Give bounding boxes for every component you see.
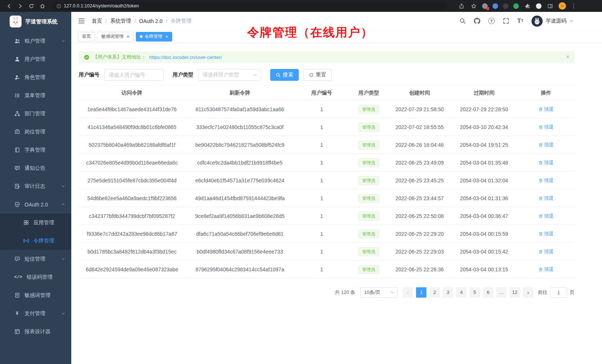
light-extension-icon[interactable]: [536, 3, 542, 9]
force-logout-button[interactable]: 强退: [539, 248, 554, 255]
github-icon[interactable]: [474, 18, 480, 24]
search-button[interactable]: 搜索: [270, 69, 299, 81]
filter-form: 用户编号 用户类型 请选择用户类型 搜索 重置: [79, 69, 575, 81]
dark-extension-icon[interactable]: [503, 3, 508, 9]
split-view-icon[interactable]: [546, 2, 554, 10]
pagination-prev-button[interactable]: ‹: [403, 287, 413, 298]
table-row: 54d6be82ee5a460a9aedc1f9bf22365649d1aa46…: [79, 189, 575, 207]
user-type-select[interactable]: 请选择用户类型: [198, 69, 261, 81]
trash-icon: [539, 107, 543, 112]
sidebar-item-sms[interactable]: 短信管理: [0, 250, 71, 268]
chevron-down-icon: [253, 73, 258, 77]
browser-profile-avatar[interactable]: [559, 2, 566, 10]
table-row: b0d1785bc3a8482f812db4a3f3bd15ecb0df4980…: [79, 243, 575, 261]
pagination-next-button[interactable]: ›: [523, 287, 533, 298]
pagination-page-12[interactable]: 12: [510, 287, 520, 298]
tab-home[interactable]: 首页: [78, 32, 95, 42]
user-type-cell: 管理员: [349, 136, 389, 154]
user-type-cell: 管理员: [349, 225, 389, 243]
force-logout-button[interactable]: 强退: [539, 195, 554, 202]
force-logout-button[interactable]: 强退: [539, 213, 554, 219]
pagination-page-2[interactable]: 2: [429, 287, 440, 298]
sidebar-item-dict[interactable]: 字典管理: [0, 141, 71, 159]
force-logout-button[interactable]: 强退: [539, 159, 554, 166]
extension-red-badge-icon[interactable]: [482, 3, 488, 9]
forward-icon[interactable]: [16, 2, 24, 10]
user-type-cell: 管理员: [349, 261, 389, 278]
sidebar-item-menu[interactable]: 菜单管理: [0, 86, 71, 105]
menu-fold-icon[interactable]: [78, 17, 85, 24]
pagination-page-5[interactable]: 5: [470, 287, 480, 298]
sidebar-item-pay[interactable]: ¥支付管理: [0, 304, 71, 322]
access-token-cell: c347026e805e4d99b0d116eae66eda8c: [79, 154, 185, 172]
sidebar-item-oauth2[interactable]: OAuth 2.0: [0, 195, 71, 214]
expire-time-cell: 2054-03-04 00:15:59: [451, 225, 517, 243]
site-info-icon[interactable]: [56, 4, 61, 9]
force-logout-button[interactable]: 强退: [539, 177, 554, 184]
search-icon[interactable]: [459, 18, 466, 24]
logo-image: [10, 16, 22, 27]
blue-extension-icon[interactable]: [493, 3, 498, 9]
extensions-puzzle-icon[interactable]: [524, 2, 531, 10]
help-icon[interactable]: ?: [488, 18, 495, 24]
action-cell: 强退: [517, 118, 575, 136]
force-logout-button[interactable]: 强退: [539, 124, 554, 130]
fullscreen-icon[interactable]: [503, 18, 509, 24]
alert-close-icon[interactable]: ×: [566, 54, 569, 60]
sidebar-item-post[interactable]: 岗位管理: [0, 123, 71, 141]
sidebar-item-oauth2-app[interactable]: 应用管理: [0, 214, 71, 232]
menu-icon: [14, 93, 20, 99]
sidebar-item-user[interactable]: 用户管理: [0, 50, 71, 68]
breadcrumb-item[interactable]: OAuth 2.0: [139, 18, 163, 24]
tab-sensitive-word[interactable]: 敏感词管理×: [97, 32, 134, 42]
access-token-cell: 54d6be82ee5a460a9aedc1f9bf223656: [79, 189, 185, 207]
sidebar-item-role[interactable]: 角色管理: [0, 68, 71, 86]
sidebar-item-audit-log[interactable]: 审计日志: [0, 177, 71, 195]
pagination-more-button[interactable]: …: [496, 287, 507, 298]
sidebar-item-report-designer[interactable]: 报表设计器: [0, 322, 71, 341]
force-logout-button[interactable]: 强退: [539, 266, 554, 273]
home-icon[interactable]: [39, 2, 46, 10]
bookmark-star-icon[interactable]: [470, 2, 477, 10]
sidebar-item-error-code[interactable]: </>错误码管理: [0, 268, 71, 286]
chevron-down-icon: [61, 39, 65, 43]
sidebar-item-label: 字典管理: [24, 147, 45, 153]
share-icon[interactable]: [458, 2, 465, 10]
user-menu[interactable]: 芋道源码: [531, 16, 573, 27]
page-size-select[interactable]: 10条/页: [360, 287, 397, 298]
breadcrumb-item[interactable]: 首页: [92, 18, 102, 24]
back-icon[interactable]: [5, 2, 13, 10]
sidebar-item-notice[interactable]: 通知公告: [0, 159, 71, 177]
browser-menu-icon[interactable]: ⋮: [571, 3, 577, 9]
tab-close-icon[interactable]: ×: [166, 34, 169, 39]
pagination-page-4[interactable]: 4: [456, 287, 467, 298]
tab-close-icon[interactable]: ×: [127, 34, 130, 39]
app-logo[interactable]: 芋道管理系统: [0, 12, 71, 31]
green-extension-icon[interactable]: [513, 3, 519, 9]
force-logout-button[interactable]: 强退: [539, 142, 554, 148]
pagination-page-6[interactable]: 6: [483, 287, 493, 298]
pagination-page-3[interactable]: 3: [443, 287, 453, 298]
force-logout-label: 强退: [544, 266, 554, 273]
force-logout-button[interactable]: 强退: [539, 106, 554, 113]
font-size-icon[interactable]: TT: [517, 18, 524, 24]
breadcrumb-item[interactable]: 系统管理: [110, 18, 131, 24]
user-type-tag: 管理员: [359, 140, 379, 149]
sidebar-item-tenant[interactable]: 租户管理: [0, 32, 71, 50]
force-logout-button[interactable]: 强退: [539, 231, 554, 237]
user-id-input[interactable]: [104, 69, 164, 81]
reset-button[interactable]: 重置: [303, 69, 332, 81]
sidebar-item-sensitive-word[interactable]: 敏感词管理: [0, 286, 71, 304]
reload-icon[interactable]: [27, 2, 35, 10]
pagination-page-1[interactable]: 1: [416, 287, 426, 298]
doc-link[interactable]: https://doc.iocoder.cn/user-center/: [149, 54, 222, 60]
sidebar-item-label: 应用管理: [33, 219, 54, 226]
user-id-cell: 1: [294, 100, 349, 118]
sidebar-item-dept[interactable]: 部门管理: [0, 105, 71, 123]
sidebar-item-oauth2-token[interactable]: 令牌管理: [0, 232, 71, 250]
address-bar[interactable]: 127.0.0.1:1024/system/oauth2/token: [53, 2, 446, 10]
expire-time-cell: 2054-03-04 01:35:48: [451, 154, 517, 172]
jump-page-input[interactable]: [550, 287, 567, 298]
tab-token[interactable]: 令牌管理×: [136, 32, 173, 42]
trash-icon: [539, 196, 543, 201]
